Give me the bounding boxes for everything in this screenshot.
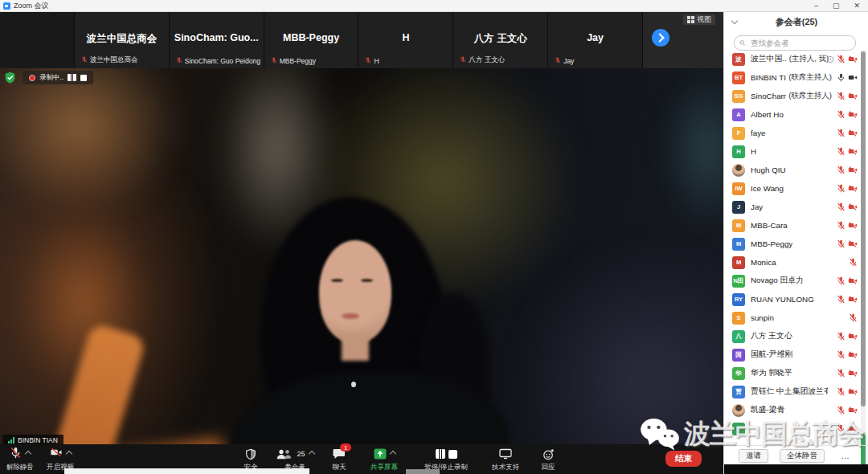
tile-label-name: H xyxy=(374,57,379,65)
participant-name: H xyxy=(751,147,756,156)
participant-name: MBB-Peggy xyxy=(751,239,792,248)
video-strip-tile[interactable]: H H xyxy=(358,11,452,68)
mic-muted-icon xyxy=(81,56,88,64)
video-strip-tile-partial xyxy=(0,11,74,68)
necklace-pendant xyxy=(351,382,356,387)
chevron-up-icon[interactable] xyxy=(65,451,72,457)
recording-dot-icon xyxy=(29,75,35,81)
share-screen-button[interactable]: 共享屏幕 xyxy=(360,447,408,472)
participant-row[interactable]: M MBB-Peggy xyxy=(724,235,859,253)
speaker-mouth xyxy=(342,313,359,319)
camera-status-icon xyxy=(848,219,858,233)
mic-status-icon xyxy=(837,292,845,307)
participant-row[interactable]: 八 八方 王文心 xyxy=(724,327,859,345)
stop-icon xyxy=(448,450,457,459)
tile-participant-name: SinoCham: Guo... xyxy=(170,32,264,43)
camera-status-icon xyxy=(848,366,858,381)
unmute-button[interactable]: 解除静音 xyxy=(6,447,34,472)
reactions-button[interactable]: 回应 xyxy=(534,447,563,472)
camera-status-icon xyxy=(848,329,858,344)
search-input[interactable] xyxy=(749,38,850,48)
mic-status-icon xyxy=(837,126,845,141)
zoom-app-icon xyxy=(3,2,10,10)
participant-avatar: 贾 xyxy=(732,386,745,398)
chat-button[interactable]: 1 聊天 xyxy=(325,447,354,472)
participant-row[interactable]: 贾 贾钰仁 中土集团波兰有限... xyxy=(724,382,859,401)
participant-row[interactable]: A Albert Ho xyxy=(724,105,859,124)
video-strip-tile[interactable]: 波兰中国总商会 波兰中国总商会 xyxy=(74,11,169,68)
participant-avatar: M xyxy=(732,256,745,269)
grid-view-icon xyxy=(687,16,694,23)
chevron-up-icon[interactable] xyxy=(308,451,314,457)
mic-muted-icon xyxy=(176,57,182,65)
participant-row[interactable]: M Monica xyxy=(724,253,859,272)
video-strip-tiles: 波兰中国总商会 波兰中国总商会 SinoCham: Guo... xyxy=(0,11,723,68)
more-options-button[interactable]: … xyxy=(836,450,854,461)
speaker-eye xyxy=(361,279,373,282)
participant-avatar: 八 xyxy=(732,330,745,343)
participant-avatar xyxy=(732,423,745,435)
participant-row[interactable]: 华 华为 郭晓平 xyxy=(724,364,859,382)
participant-row[interactable]: IW Ice Wang xyxy=(724,179,859,198)
end-meeting-button[interactable]: 结束 xyxy=(665,451,702,467)
participant-row[interactable]: Hugh QIU xyxy=(724,161,859,179)
camera-status-icon xyxy=(848,52,858,67)
tile-label-name: 八方 王文心 xyxy=(469,55,505,65)
view-button[interactable]: 视图 xyxy=(683,14,715,25)
participant-row[interactable]: J Jay xyxy=(724,198,859,216)
participant-row[interactable]: BT BINBIN TIAN (联席主持人) xyxy=(724,68,859,87)
stop-recording-icon[interactable] xyxy=(80,75,87,81)
participant-avatar: 华 xyxy=(732,367,745,380)
video-strip-tile[interactable]: 八方 王文心 八方 王文心 xyxy=(452,11,547,68)
scrollbar-track[interactable] xyxy=(861,50,866,464)
video-strip-tile[interactable]: Jay Jay xyxy=(547,11,642,68)
camera-status-icon xyxy=(848,71,858,85)
mic-status-icon xyxy=(849,255,858,270)
camera-status-icon xyxy=(848,126,858,141)
participant-avatar: M xyxy=(732,238,745,251)
mic-status-icon xyxy=(837,274,845,288)
pause-recording-icon[interactable] xyxy=(68,74,76,81)
participant-row[interactable]: S sunpin xyxy=(724,309,859,327)
participant-name: 凯盛-梁青 xyxy=(751,405,784,415)
chevron-up-icon[interactable] xyxy=(389,451,395,457)
participant-row[interactable]: F faye xyxy=(724,124,859,142)
participant-role: (主持人, 我) xyxy=(789,54,829,64)
participant-row[interactable]: SG SinoCham: Guo ... (联席主持人) xyxy=(724,87,859,105)
participant-name: BINBIN TIAN xyxy=(751,73,786,82)
participant-row[interactable] xyxy=(724,419,859,438)
participant-row[interactable]: M MBB-Cara xyxy=(724,216,859,235)
participant-row[interactable]: N田 Novago 田卓力 xyxy=(724,272,859,290)
invite-button[interactable]: 邀请 xyxy=(739,449,768,463)
chevron-up-icon[interactable] xyxy=(25,451,31,457)
participant-avatar xyxy=(732,164,745,177)
participant-avatar: M xyxy=(732,219,745,232)
participant-row[interactable]: H H xyxy=(724,142,859,161)
speaker-name-text: BINBIN TIAN xyxy=(18,436,58,444)
maximize-button[interactable]: ▢ xyxy=(833,0,840,11)
minimize-button[interactable]: – xyxy=(814,0,818,11)
participants-icon xyxy=(276,448,293,460)
scrollbar-thumb[interactable] xyxy=(861,51,866,407)
participant-row[interactable]: RY RUAN YUNLONG xyxy=(724,290,859,309)
tech-support-button[interactable]: 技术支持 xyxy=(484,447,527,472)
camera-status-icon xyxy=(848,237,858,251)
video-strip-tile[interactable]: SinoCham: Guo... SinoCham: Guo Peidong xyxy=(169,11,264,68)
video-strip-tile[interactable]: MBB-Peggy MBB-Peggy xyxy=(264,11,358,68)
speaker-name-label: BINBIN TIAN xyxy=(2,435,63,444)
speaker-eye xyxy=(331,279,343,282)
mute-all-button[interactable]: 全体静音 xyxy=(780,449,825,463)
participant-avatar: BT xyxy=(732,72,745,84)
participant-row[interactable]: 凯盛-梁青 xyxy=(724,401,859,419)
window-title: Zoom 会议 xyxy=(14,1,49,11)
panel-collapse-icon[interactable] xyxy=(731,18,738,24)
close-button[interactable]: ✕ xyxy=(854,0,860,11)
participant-avatar: S xyxy=(732,312,745,325)
participant-row[interactable]: 波 波兰中国.. (主持人, 我) xyxy=(724,50,859,68)
search-box[interactable] xyxy=(734,35,856,51)
next-page-button[interactable] xyxy=(652,29,669,47)
participant-row[interactable]: 国 国航-尹维刚 xyxy=(724,345,859,364)
mic-status-icon xyxy=(837,422,845,436)
mic-status-icon xyxy=(849,311,858,325)
clock-icon xyxy=(826,55,834,63)
